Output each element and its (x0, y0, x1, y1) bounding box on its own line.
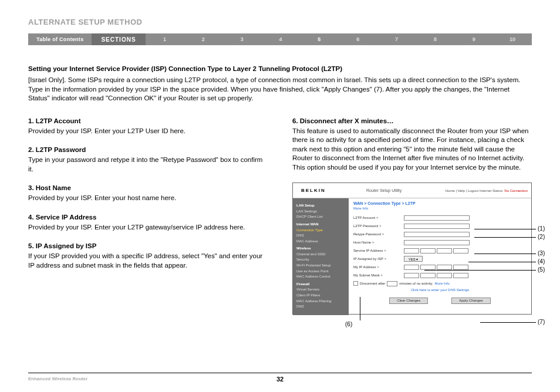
callout-1: (1) (538, 225, 545, 232)
ss-side-item-current[interactable]: Connection Type (296, 228, 345, 234)
nav-num-5[interactable]: 5 (300, 36, 339, 42)
ss-apply-button[interactable]: Apply Changes (451, 298, 491, 304)
callout-line (424, 270, 536, 271)
ss-status-links[interactable]: Home | Help | Logout Internet Status: (446, 189, 504, 192)
ss-lbl-ipa: IP Assigned by ISP > (353, 257, 404, 261)
item-3-head: 3. Host Name (28, 184, 266, 191)
nav-num-1[interactable]: 1 (146, 36, 184, 42)
nav-num-10[interactable]: 10 (493, 36, 532, 42)
ss-lbl-acct: L2TP Account > (353, 216, 404, 219)
ss-side-item[interactable]: Wi-Fi Protected Setup (296, 263, 345, 269)
right-column: 6. Disconnect after X minutes… This feat… (292, 117, 532, 315)
nav-toc[interactable]: Table of Contents (28, 36, 92, 42)
callout-7: (7) (538, 319, 545, 325)
ss-input-myip[interactable] (404, 265, 468, 270)
callout-line (474, 254, 536, 254)
left-column: 1. L2TP Account Provided by your ISP. En… (28, 117, 266, 315)
footer-product-name: Enhanced Wireless Router (28, 376, 87, 381)
callout-line (360, 297, 360, 320)
ss-input-sip[interactable] (404, 248, 468, 254)
ss-lbl-mask: My Subnet Mask > (353, 273, 404, 277)
ss-side-item[interactable]: MAC Address Filtering (296, 299, 345, 305)
callout-2: (2) (538, 234, 545, 240)
ss-disconnect-row: Disconnect after minutes of no activity.… (353, 281, 527, 286)
item-2-head: 2. L2TP Password (28, 146, 266, 153)
ss-input-acct[interactable] (404, 215, 470, 221)
callout-5: (5) (538, 266, 545, 273)
ss-side-item[interactable]: MAC Address Control (296, 274, 345, 280)
ss-lbl-host: Host Name > (353, 241, 404, 244)
ss-input-pw[interactable] (404, 224, 470, 229)
ss-more-info[interactable]: More Info (353, 207, 527, 210)
ss-side-item[interactable]: DMZ (296, 304, 345, 310)
ss-input-mask[interactable] (404, 273, 468, 278)
ss-input-host[interactable] (404, 240, 470, 245)
section-title: ALTERNATE SETUP METHOD (28, 18, 532, 26)
nav-num-8[interactable]: 8 (416, 36, 454, 42)
footer-page-number: 32 (276, 376, 284, 383)
callout-6: (6) (345, 321, 352, 327)
footer: Enhanced Wireless Router 32 (28, 373, 532, 381)
ss-disc-minutes-input[interactable] (387, 281, 397, 286)
callout-line (474, 237, 536, 238)
ss-dns-link[interactable]: Click here to enter your DNS Settings (353, 288, 527, 292)
ss-lbl-sip: Service IP Address > (353, 249, 404, 252)
ss-title: Router Setup Utility (349, 188, 446, 192)
lead-title: Setting your Internet Service Provider (… (28, 65, 532, 72)
ss-grp-wireless: Wireless (296, 246, 345, 252)
ss-lbl-rpw: Retype Password > (353, 232, 404, 236)
ss-side-item[interactable]: Client IP Filters (296, 293, 345, 299)
ss-side-item[interactable]: Channel and SSID (296, 252, 345, 258)
callout-4: (4) (538, 258, 545, 265)
ss-lbl-pw: L2TP Password > (353, 224, 404, 228)
ss-grp-wan: Internet WAN (296, 222, 345, 228)
nav-num-7[interactable]: 7 (377, 36, 416, 42)
callout-line (468, 262, 536, 262)
item-3-body: Provided by your ISP. Enter your host na… (28, 194, 266, 203)
ss-side-item[interactable]: Use as Access Point (296, 269, 345, 275)
nav-num-2[interactable]: 2 (184, 36, 222, 42)
ss-logo: BELKIN (293, 188, 349, 193)
item-4-body: Provided by your ISP. Enter your L2TP ga… (28, 223, 266, 232)
nav-num-3[interactable]: 3 (222, 36, 261, 42)
nav-sections-label: SECTIONS (92, 33, 145, 45)
lead-body: [Israel Only]. Some ISPs require a conne… (28, 76, 532, 103)
ss-side-item[interactable]: Security (296, 257, 345, 263)
ss-side-item[interactable]: MAC Address (296, 239, 345, 245)
callout-line (474, 229, 536, 229)
item-5-body: If your ISP provided you with a specific… (28, 252, 266, 270)
router-screenshot: BELKIN Router Setup Utility Home | Help … (292, 183, 532, 315)
ss-side-item[interactable]: LAN Settings (296, 209, 345, 215)
item-6-body: This feature is used to automatically di… (292, 127, 532, 173)
ss-side-item[interactable]: DHCP Client List (296, 214, 345, 220)
ss-side-item[interactable]: DNS (296, 233, 345, 239)
ss-select-ipa[interactable]: YES ▾ (404, 256, 423, 262)
section-nav: Table of Contents SECTIONS 1 2 3 4 5 6 7… (28, 33, 532, 45)
ss-input-rpw[interactable] (404, 232, 470, 237)
ss-main: WAN > Connection Type > L2TP More Info L… (349, 198, 531, 315)
nav-num-4[interactable]: 4 (261, 36, 300, 42)
nav-num-6[interactable]: 6 (339, 36, 377, 42)
ss-status: Home | Help | Logout Internet Status: No… (446, 189, 531, 192)
ss-clear-button[interactable]: Clear Changes (389, 298, 428, 304)
ss-grp-firewall: Firewall (296, 282, 345, 288)
ss-breadcrumb: WAN > Connection Type > L2TP (353, 201, 527, 205)
item-6-head: 6. Disconnect after X minutes… (292, 117, 532, 124)
item-4-head: 4. Service IP Address (28, 214, 266, 221)
nav-num-9[interactable]: 9 (454, 36, 493, 42)
ss-disc-pre: Disconnect after (360, 282, 385, 285)
ss-lbl-myip: My IP Address > (353, 265, 404, 269)
item-2-body: Type in your password and retype it into… (28, 156, 266, 174)
ss-disconnect-checkbox[interactable] (353, 281, 358, 286)
item-5-head: 5. IP Assigned by ISP (28, 242, 266, 249)
ss-disc-post: minutes of no activity. (399, 282, 433, 285)
ss-disc-more[interactable]: More Info (435, 282, 450, 285)
ss-status-value: No Connection (504, 189, 528, 192)
callout-line (480, 322, 536, 323)
ss-grp-lan: LAN Setup (296, 203, 345, 209)
item-1-head: 1. L2TP Account (28, 117, 266, 124)
ss-side-item[interactable]: Virtual Servers (296, 287, 345, 293)
callout-3: (3) (538, 250, 545, 256)
item-1-body: Provided by your ISP. Enter your L2TP Us… (28, 127, 266, 136)
ss-sidebar: LAN Setup LAN Settings DHCP Client List … (293, 198, 349, 315)
